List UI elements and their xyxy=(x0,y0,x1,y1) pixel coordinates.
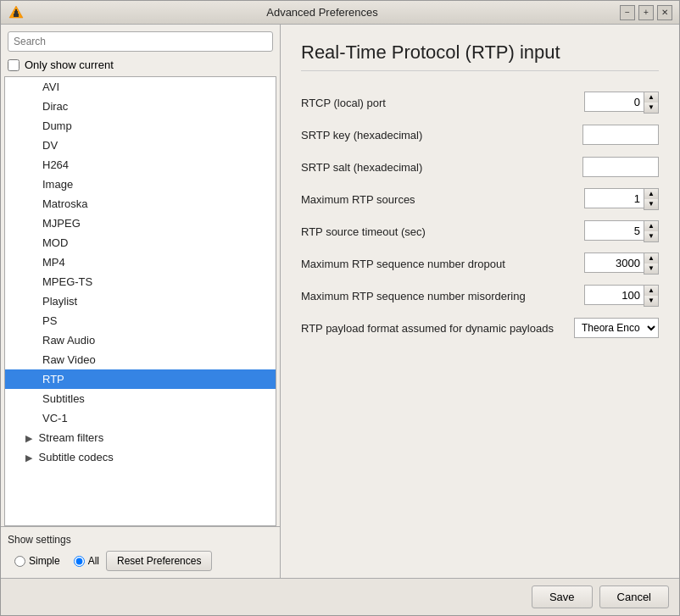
pref-row-srtp-salt: SRTP salt (hexadecimal) xyxy=(301,156,659,178)
maximize-button[interactable]: + xyxy=(638,5,654,20)
show-settings-label: Show settings xyxy=(8,534,273,546)
spin-down-misordering[interactable]: ▼ xyxy=(644,296,658,306)
select-payload-format[interactable]: Theora Enco xyxy=(574,318,659,338)
save-button[interactable]: Save xyxy=(532,585,593,608)
tree-container[interactable]: AVI Dirac Dump DV H264 Image Matroska MJ… xyxy=(4,76,276,526)
label-srtp-salt: SRTP salt (hexadecimal) xyxy=(301,161,582,174)
input-timeout[interactable] xyxy=(584,220,644,241)
label-max-sources: Maximum RTP sources xyxy=(301,193,584,206)
sidebar-item-rtp[interactable]: RTP xyxy=(5,369,276,389)
sidebar: Only show current AVI Dirac Dump DV H264… xyxy=(1,25,281,578)
sidebar-bottom: Show settings Simple All Reset Preferenc… xyxy=(1,526,280,578)
spin-down-timeout[interactable]: ▼ xyxy=(644,231,658,241)
reset-preferences-button[interactable]: Reset Preferences xyxy=(106,551,212,571)
footer: Save Cancel xyxy=(1,578,679,615)
sidebar-item-mpeg-ts[interactable]: MPEG-TS xyxy=(5,272,276,291)
sidebar-item-raw-video[interactable]: Raw Video xyxy=(5,350,276,369)
input-rtcp-port[interactable] xyxy=(584,92,644,112)
spin-up-dropout[interactable]: ▲ xyxy=(644,253,658,264)
sidebar-item-h264[interactable]: H264 xyxy=(5,155,276,175)
input-max-sources[interactable] xyxy=(584,188,644,208)
sidebar-item-mp4[interactable]: MP4 xyxy=(5,253,276,272)
spin-down-sources[interactable]: ▼ xyxy=(644,199,658,209)
main-window: Advanced Preferences − + ✕ Only show cur… xyxy=(0,0,680,616)
spinbox-btns-sources: ▲ ▼ xyxy=(644,188,659,210)
arrow-icon: ▶ xyxy=(25,452,36,463)
input-srtp-key[interactable] xyxy=(582,125,659,145)
minimize-button[interactable]: − xyxy=(620,5,635,20)
pref-row-payload-format: RTP payload format assumed for dynamic p… xyxy=(301,317,659,339)
radio-simple[interactable] xyxy=(14,556,25,567)
pref-row-max-sources: Maximum RTP sources ▲ ▼ xyxy=(301,188,659,210)
content-title: Real-Time Protocol (RTP) input xyxy=(301,42,659,71)
window-title: Advanced Preferences xyxy=(25,6,620,19)
radio-all-label[interactable]: All xyxy=(74,555,99,567)
sidebar-item-mjpeg[interactable]: MJPEG xyxy=(5,214,276,233)
radio-simple-text: Simple xyxy=(29,555,60,567)
radio-simple-label[interactable]: Simple xyxy=(14,555,60,567)
sidebar-item-mod[interactable]: MOD xyxy=(5,233,276,253)
spinbox-seq-dropout[interactable]: ▲ ▼ xyxy=(584,253,659,275)
label-seq-misordering: Maximum RTP sequence number misordering xyxy=(301,290,584,302)
input-seq-dropout[interactable] xyxy=(584,253,644,273)
spinbox-btns-dropout: ▲ ▼ xyxy=(644,253,659,275)
spinbox-btns-timeout: ▲ ▼ xyxy=(644,220,659,242)
sidebar-item-avi[interactable]: AVI xyxy=(5,77,276,97)
window-controls: − + ✕ xyxy=(620,5,672,20)
spin-up-timeout[interactable]: ▲ xyxy=(644,221,658,231)
sidebar-item-playlist[interactable]: Playlist xyxy=(5,291,276,311)
spinbox-btns-misordering: ▲ ▼ xyxy=(644,285,659,307)
input-seq-misordering[interactable] xyxy=(584,285,644,305)
label-srtp-key: SRTP key (hexadecimal) xyxy=(301,129,582,142)
label-payload-format: RTP payload format assumed for dynamic p… xyxy=(301,322,574,335)
only-current-checkbox[interactable] xyxy=(8,59,20,71)
sidebar-item-subtitle-codecs[interactable]: ▶ Subtitle codecs xyxy=(5,447,276,467)
arrow-icon: ▶ xyxy=(25,433,36,444)
input-srtp-salt[interactable] xyxy=(582,157,659,177)
sidebar-item-ps[interactable]: PS xyxy=(5,311,276,330)
sidebar-item-raw-audio[interactable]: Raw Audio xyxy=(5,330,276,350)
sidebar-item-dirac[interactable]: Dirac xyxy=(5,97,276,116)
settings-radio-row: Simple All Reset Preferences xyxy=(8,551,273,571)
cancel-button[interactable]: Cancel xyxy=(599,585,669,608)
radio-group: Simple All xyxy=(14,555,99,567)
label-rtcp-port: RTCP (local) port xyxy=(301,97,584,109)
control-payload-format: Theora Enco xyxy=(574,318,659,338)
search-input[interactable] xyxy=(8,31,273,52)
spinbox-seq-misordering[interactable]: ▲ ▼ xyxy=(584,285,659,307)
radio-all-text: All xyxy=(88,555,99,567)
vlc-logo-icon xyxy=(8,4,25,21)
label-seq-dropout: Maximum RTP sequence number dropout xyxy=(301,258,584,270)
control-srtp-salt xyxy=(582,157,659,177)
sidebar-item-matroska[interactable]: Matroska xyxy=(5,194,276,214)
sidebar-item-dv[interactable]: DV xyxy=(5,136,276,155)
sidebar-item-subtitles[interactable]: Subtitles xyxy=(5,389,276,408)
only-current-row: Only show current xyxy=(1,58,280,76)
close-button[interactable]: ✕ xyxy=(657,5,672,20)
sidebar-item-stream-filters[interactable]: ▶ Stream filters xyxy=(5,428,276,447)
spin-down-rtcp[interactable]: ▼ xyxy=(644,103,658,113)
pref-row-seq-dropout: Maximum RTP sequence number dropout ▲ ▼ xyxy=(301,253,659,275)
spinbox-max-sources[interactable]: ▲ ▼ xyxy=(584,188,659,210)
spinbox-timeout[interactable]: ▲ ▼ xyxy=(584,220,659,242)
spin-down-dropout[interactable]: ▼ xyxy=(644,264,658,274)
spin-up-sources[interactable]: ▲ xyxy=(644,189,658,199)
titlebar: Advanced Preferences − + ✕ xyxy=(1,1,679,25)
main-content: Only show current AVI Dirac Dump DV H264… xyxy=(1,25,679,578)
spin-up-rtcp[interactable]: ▲ xyxy=(644,92,658,103)
svg-rect-3 xyxy=(15,9,17,12)
sidebar-item-dump[interactable]: Dump xyxy=(5,116,276,136)
radio-all[interactable] xyxy=(74,556,85,567)
content-area: Real-Time Protocol (RTP) input RTCP (loc… xyxy=(281,25,679,578)
pref-row-seq-misordering: Maximum RTP sequence number misordering … xyxy=(301,285,659,307)
control-srtp-key xyxy=(582,125,659,145)
pref-row-srtp-key: SRTP key (hexadecimal) xyxy=(301,124,659,146)
pref-row-rtcp-port: RTCP (local) port ▲ ▼ xyxy=(301,92,659,114)
label-timeout: RTP source timeout (sec) xyxy=(301,225,584,238)
spin-up-misordering[interactable]: ▲ xyxy=(644,286,658,296)
sidebar-item-vc1[interactable]: VC-1 xyxy=(5,408,276,428)
spinbox-btns-rtcp: ▲ ▼ xyxy=(644,92,659,114)
spinbox-rtcp-port[interactable]: ▲ ▼ xyxy=(584,92,659,114)
sidebar-item-image[interactable]: Image xyxy=(5,175,276,194)
pref-row-timeout: RTP source timeout (sec) ▲ ▼ xyxy=(301,220,659,242)
